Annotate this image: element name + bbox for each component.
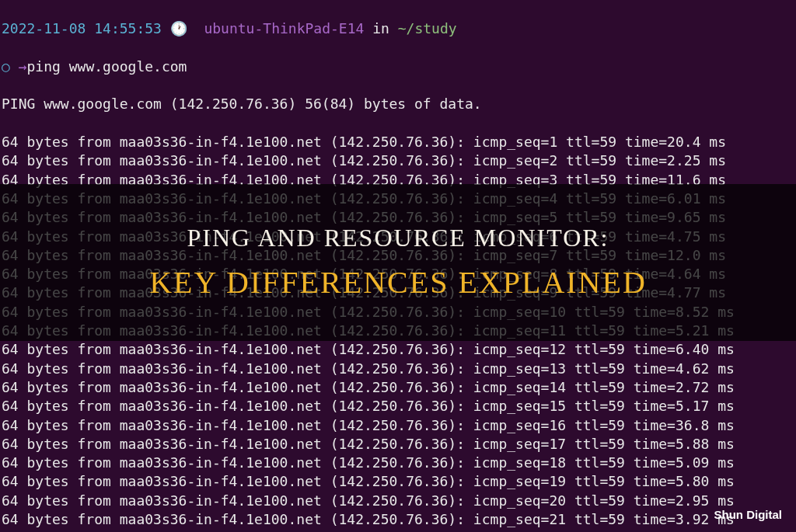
ping-response-row: 64 bytes from maa03s36-in-f4.1e100.net (…: [2, 454, 794, 472]
ping-response-row: 64 bytes from maa03s36-in-f4.1e100.net (…: [2, 360, 794, 378]
ping-response-row: 64 bytes from maa03s36-in-f4.1e100.net (…: [2, 133, 794, 151]
ping-header: PING www.google.com (142.250.76.36) 56(8…: [2, 95, 794, 113]
ping-response-row: 64 bytes from maa03s36-in-f4.1e100.net (…: [2, 151, 794, 170]
watermark: Shun Digital: [714, 507, 783, 523]
ping-response-row: 64 bytes from maa03s36-in-f4.1e100.net (…: [2, 397, 794, 416]
ping-response-row: 64 bytes from maa03s36-in-f4.1e100.net (…: [2, 416, 794, 435]
in-word: in: [372, 20, 389, 37]
clock-icon: 🕐: [170, 20, 187, 37]
timestamp: 2022-11-08 14:55:53: [2, 20, 162, 37]
prompt-line: 2022-11-08 14:55:53 🕐 ubuntu-ThinkPad-E1…: [2, 19, 794, 38]
prompt-circle-icon: ○: [2, 58, 10, 75]
path: ~/study: [398, 20, 457, 37]
ping-response-row: 64 bytes from maa03s36-in-f4.1e100.net (…: [2, 340, 794, 359]
command-line[interactable]: ○ →ping www.google.com: [2, 57, 794, 76]
ping-response-row: 64 bytes from maa03s36-in-f4.1e100.net (…: [2, 378, 794, 397]
hostname: ubuntu-ThinkPad-E14: [204, 20, 364, 37]
ping-response-row: 64 bytes from maa03s36-in-f4.1e100.net (…: [2, 472, 794, 491]
ping-response-row: 64 bytes from maa03s36-in-f4.1e100.net (…: [2, 510, 794, 529]
overlay-title-line1: PING AND RESOURCE MONITOR:: [187, 221, 609, 255]
ping-response-row: 64 bytes from maa03s36-in-f4.1e100.net (…: [2, 492, 794, 510]
title-overlay: PING AND RESOURCE MONITOR: KEY DIFFERENC…: [0, 184, 796, 341]
prompt-arrow-icon: →: [19, 58, 27, 75]
command-text: ping www.google.com: [27, 58, 187, 75]
ping-response-row: 64 bytes from maa03s36-in-f4.1e100.net (…: [2, 435, 794, 454]
overlay-title-line2: KEY DIFFERENCES EXPLAINED: [149, 262, 647, 304]
